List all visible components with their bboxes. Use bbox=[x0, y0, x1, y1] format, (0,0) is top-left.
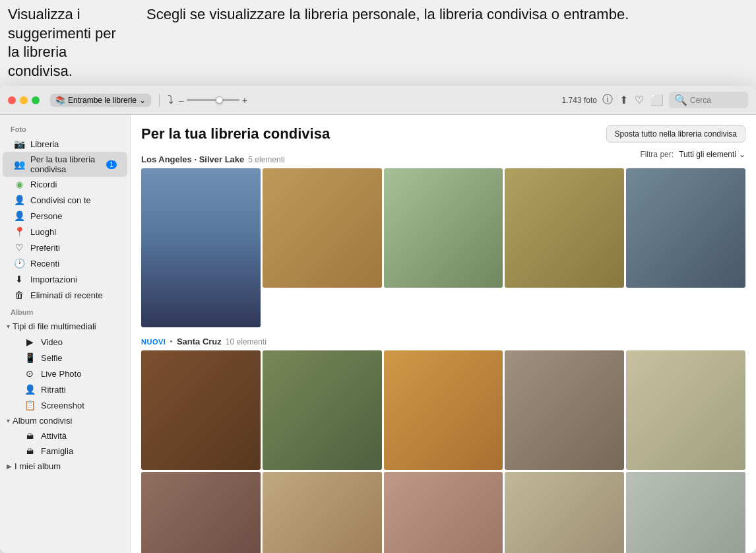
sidebar-label-persone: Persone bbox=[30, 211, 117, 221]
photo-cell[interactable] bbox=[384, 168, 503, 288]
filter-label: Filtra per: bbox=[640, 150, 674, 159]
selfie-icon: 📱 bbox=[24, 352, 36, 363]
photo-grid-2b bbox=[141, 472, 745, 553]
photo-cell[interactable] bbox=[626, 350, 745, 470]
chevron-tipi-icon: ▾ bbox=[7, 323, 10, 330]
filter-value: Tutti gli elementi bbox=[679, 150, 736, 159]
zoom-plus[interactable]: + bbox=[242, 95, 247, 106]
photo-count: 1.743 foto bbox=[562, 96, 597, 105]
luoghi-icon: 📍 bbox=[13, 226, 25, 237]
sidebar-label-condivisi: Condivisi con te bbox=[30, 195, 117, 205]
search-box[interactable]: 🔍 bbox=[669, 92, 748, 108]
minimize-button[interactable] bbox=[20, 96, 28, 104]
chevron-miei-icon: ▶ bbox=[7, 463, 12, 470]
favorite-button[interactable]: ♡ bbox=[635, 94, 644, 106]
zoom-thumb[interactable] bbox=[216, 96, 223, 104]
importazioni-icon: ⬇ bbox=[13, 274, 25, 284]
recenti-icon: 🕐 bbox=[13, 258, 25, 269]
filter-chevron-icon: ⌄ bbox=[739, 150, 745, 159]
sidebar-group-tipi[interactable]: ▾ Tipi di file multimediali bbox=[0, 319, 130, 334]
photo-cell[interactable] bbox=[263, 472, 382, 553]
filter-dropdown[interactable]: Tutti gli elementi ⌄ bbox=[679, 150, 745, 159]
zoom-slider-area: – + bbox=[179, 95, 247, 106]
delete-button[interactable]: ⬜ bbox=[650, 94, 664, 106]
toolbar: 📚 Entrambe le librerie ⌄ ⤵ – + 1.743 fot… bbox=[0, 86, 756, 115]
share-button[interactable]: ⬆ bbox=[619, 94, 628, 106]
sidebar-item-selfie[interactable]: 📱 Selfie bbox=[3, 350, 127, 366]
sidebar-label-condivisa: Per la tua libreria condivisa bbox=[30, 154, 101, 174]
photo-cell[interactable] bbox=[141, 350, 261, 470]
photo-cell[interactable] bbox=[626, 472, 745, 553]
photo-cell[interactable] bbox=[505, 350, 624, 470]
sidebar-item-luoghi[interactable]: 📍 Luoghi bbox=[3, 224, 127, 240]
section2-location: Santa Cruz bbox=[177, 337, 222, 346]
photo-grid-1 bbox=[141, 168, 745, 327]
import-button[interactable]: ⤵ bbox=[168, 93, 173, 107]
filter-bar: Filtra per: Tutti gli elementi ⌄ bbox=[640, 150, 745, 159]
zoom-track[interactable] bbox=[187, 99, 239, 101]
sidebar-label-eliminati: Eliminati di recente bbox=[30, 290, 117, 300]
toolbar-divider bbox=[159, 94, 160, 107]
ricordi-icon: ◉ bbox=[13, 179, 25, 189]
sidebar-item-livephoto[interactable]: ⊙ Live Photo bbox=[3, 366, 127, 381]
photo-cell[interactable] bbox=[505, 472, 624, 553]
sidebar-item-recenti[interactable]: 🕐 Recenti bbox=[3, 255, 127, 271]
sidebar-label-livephoto: Live Photo bbox=[41, 369, 117, 379]
libreria-icon: 📷 bbox=[13, 139, 25, 149]
close-button[interactable] bbox=[8, 96, 16, 104]
sidebar-item-eliminati[interactable]: 🗑 Eliminati di recente bbox=[3, 287, 127, 303]
photo-cell[interactable] bbox=[263, 168, 382, 288]
sidebar-item-screenshot[interactable]: 📋 Screenshot bbox=[3, 397, 127, 413]
content-area: Foto 📷 Libreria 👥 Per la tua libreria co… bbox=[0, 115, 756, 553]
window-controls bbox=[8, 96, 40, 104]
photo-cell[interactable] bbox=[141, 472, 261, 553]
zoom-minus[interactable]: – bbox=[179, 95, 184, 106]
sidebar-item-video[interactable]: ▶ Video bbox=[3, 334, 127, 350]
famiglia-icon: 🏔 bbox=[24, 447, 36, 455]
attivita-icon: 🏔 bbox=[24, 432, 36, 440]
sidebar-label-video: Video bbox=[41, 337, 117, 347]
sidebar-item-ritratti[interactable]: 👤 Ritratti bbox=[3, 381, 127, 397]
sidebar-item-famiglia[interactable]: 🏔 Famiglia bbox=[3, 443, 127, 459]
sidebar-item-ricordi[interactable]: ◉ Ricordi bbox=[3, 177, 127, 192]
sidebar-group-miei-album[interactable]: ▶ I miei album bbox=[0, 459, 130, 474]
sidebar-label-libreria: Libreria bbox=[30, 139, 117, 149]
main-panel: Per la tua libreria condivisa Sposta tut… bbox=[131, 115, 756, 553]
info-button[interactable]: ⓘ bbox=[602, 93, 613, 107]
maximize-button[interactable] bbox=[32, 96, 40, 104]
photo-cell[interactable] bbox=[384, 350, 503, 470]
photo-cell[interactable] bbox=[505, 168, 624, 288]
chevron-down-icon: ⌄ bbox=[139, 96, 146, 105]
screenshot-icon: 📋 bbox=[24, 400, 36, 410]
section2-count: 10 elementi bbox=[226, 337, 267, 346]
sidebar-item-importazioni[interactable]: ⬇ Importazioni bbox=[3, 271, 127, 287]
sidebar-item-persone[interactable]: 👤 Persone bbox=[3, 208, 127, 224]
sidebar-label-preferiti: Preferiti bbox=[30, 243, 117, 253]
sidebar-item-libreria[interactable]: 📷 Libreria bbox=[3, 136, 127, 152]
move-all-button[interactable]: Sposta tutto nella libreria condivisa bbox=[606, 125, 745, 143]
photo-cell[interactable] bbox=[626, 168, 745, 288]
search-input[interactable] bbox=[690, 96, 743, 105]
sidebar-label-selfie: Selfie bbox=[41, 353, 117, 363]
library-selector[interactable]: 📚 Entrambe le librerie ⌄ bbox=[50, 94, 151, 107]
condivisa-icon: 👥 bbox=[13, 159, 25, 170]
sidebar-item-condivisi[interactable]: 👤 Condivisi con te bbox=[3, 192, 127, 208]
photo-grid-2a bbox=[141, 350, 745, 470]
sidebar-item-attivita[interactable]: 🏔 Attività bbox=[3, 428, 127, 443]
sidebar-item-preferiti[interactable]: ♡ Preferiti bbox=[3, 240, 127, 255]
photo-cell[interactable] bbox=[141, 168, 261, 327]
toolbar-actions: ⓘ ⬆ ♡ ⬜ bbox=[602, 93, 664, 107]
sidebar-label-famiglia: Famiglia bbox=[41, 446, 117, 456]
sidebar-label-luoghi: Luoghi bbox=[30, 227, 117, 237]
section1-count: 5 elementi bbox=[248, 155, 284, 164]
sidebar-item-condivisa[interactable]: 👥 Per la tua libreria condivisa 1 bbox=[3, 152, 127, 177]
sidebar-group-condivisi[interactable]: ▾ Album condivisi bbox=[0, 413, 130, 428]
photo-cell[interactable] bbox=[384, 472, 503, 553]
sidebar-label-tipi: Tipi di file multimediali bbox=[13, 321, 96, 331]
page-title: Per la tua libreria condivisa bbox=[141, 125, 330, 143]
photo-cell[interactable] bbox=[263, 350, 382, 470]
sidebar-label-screenshot: Screenshot bbox=[41, 401, 117, 410]
main-header: Per la tua libreria condivisa Sposta tut… bbox=[141, 125, 745, 143]
section1-header: Los Angeles · Silver Lake 5 elementi bbox=[141, 154, 285, 164]
sidebar-label-importazioni: Importazioni bbox=[30, 275, 117, 284]
